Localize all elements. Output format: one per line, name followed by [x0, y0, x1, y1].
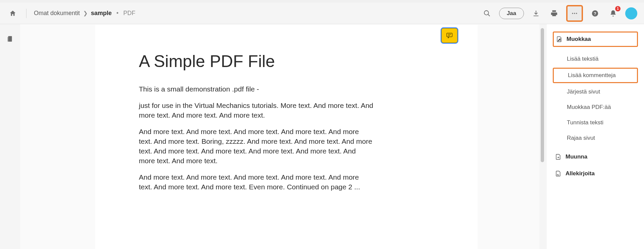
comment-annotation-icon[interactable]	[441, 28, 458, 43]
sign-icon	[555, 170, 561, 177]
panel-edit-pdf[interactable]: Muokkaa PDF:ää	[553, 101, 638, 114]
help-icon[interactable]: ?	[589, 7, 601, 19]
breadcrumb-root[interactable]: Omat dokumentit	[34, 10, 80, 17]
separator-dot: •	[116, 10, 118, 17]
header-actions: Jaa ? 1	[481, 5, 637, 22]
avatar[interactable]	[625, 7, 637, 19]
breadcrumb: Omat dokumentit ❯ sample • PDF	[34, 10, 135, 17]
document-body: This is a small demonstration .pdf file …	[139, 84, 447, 192]
svg-rect-7	[447, 33, 452, 37]
search-icon[interactable]	[481, 7, 493, 19]
left-rail	[0, 24, 20, 249]
svg-point-4	[576, 13, 577, 14]
breadcrumb-filename: sample	[91, 10, 112, 17]
paragraph: This is a small demonstration .pdf file …	[139, 84, 374, 94]
share-button[interactable]: Jaa	[499, 8, 524, 19]
panel-edit-header[interactable]: Muokkaa	[553, 32, 638, 47]
panel-sign-label: Allekirjoita	[566, 170, 595, 177]
edit-pdf-icon	[556, 36, 562, 43]
scrollbar[interactable]	[539, 24, 547, 249]
panel-add-text[interactable]: Lisää tekstiä	[553, 52, 638, 66]
panel-convert-label: Muunna	[566, 153, 587, 160]
scrollbar-thumb[interactable]	[541, 28, 544, 162]
svg-point-3	[574, 13, 575, 14]
paragraph: And more text. And more text. And more t…	[139, 127, 374, 166]
panel-add-comments[interactable]: Lisää kommentteja	[553, 68, 638, 83]
home-icon[interactable]	[7, 7, 19, 19]
svg-text:?: ?	[594, 11, 596, 16]
panel-sign-header[interactable]: Allekirjoita	[553, 167, 638, 180]
app-header: Omat dokumentit ❯ sample • PDF Jaa ? 1	[0, 3, 644, 24]
pdf-page: A Simple PDF File This is a small demons…	[95, 25, 478, 249]
divider	[26, 9, 26, 18]
paragraph: just for use in the Virtual Mechanics tu…	[139, 101, 374, 120]
chevron-right-icon: ❯	[83, 10, 88, 16]
tools-panel: Muokkaa Lisää tekstiä Lisää kommentteja …	[547, 24, 644, 249]
print-icon[interactable]	[548, 7, 560, 19]
svg-point-2	[572, 13, 573, 14]
panel-organize-pages[interactable]: Järjestä sivut	[553, 85, 638, 99]
svg-point-0	[484, 10, 488, 15]
download-icon[interactable]	[530, 7, 542, 19]
panel-edit-label: Muokkaa	[567, 36, 591, 43]
notification-badge: 1	[615, 6, 621, 11]
document-title: A Simple PDF File	[139, 52, 447, 71]
pages-panel-icon[interactable]	[4, 33, 16, 45]
paragraph: And more text. And more text. And more t…	[139, 173, 374, 192]
panel-convert-header[interactable]: Muunna	[553, 150, 638, 164]
convert-icon	[555, 153, 561, 160]
more-options-button[interactable]	[566, 5, 583, 22]
svg-line-1	[488, 14, 490, 16]
breadcrumb-extension: PDF	[123, 10, 135, 17]
document-viewport: A Simple PDF File This is a small demons…	[20, 24, 539, 249]
panel-crop-pages[interactable]: Rajaa sivut	[553, 131, 638, 145]
notifications-icon[interactable]: 1	[607, 7, 619, 19]
panel-recognize-text[interactable]: Tunnista teksti	[553, 116, 638, 129]
